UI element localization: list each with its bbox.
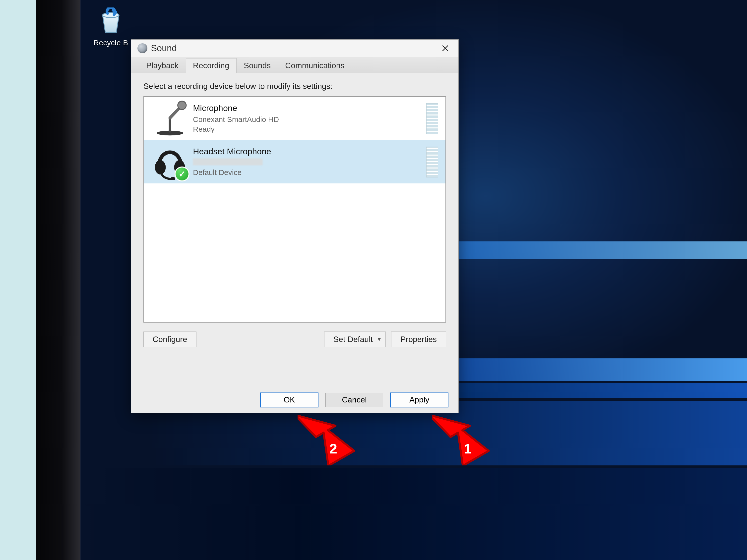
sound-dialog: Sound Playback Recording Sounds Communic… [131,39,459,413]
device-item-microphone[interactable]: Microphone Conexant SmartAudio HD Ready [144,97,445,140]
device-name: Headset Microphone [193,146,437,156]
configure-button[interactable]: Configure [144,331,197,347]
device-status: Ready [193,125,215,133]
close-button[interactable] [437,42,454,55]
chevron-down-icon[interactable]: ▾ [373,332,385,347]
window-title: Sound [151,43,177,54]
level-meter [426,146,438,178]
bg-beam [0,468,747,560]
device-action-row: Configure Set Default ▾ Properties [131,323,458,347]
recycle-bin-icon[interactable]: Recycle B [92,7,129,47]
tab-communications[interactable]: Communications [278,58,352,73]
cancel-button[interactable]: Cancel [326,393,383,407]
titlebar[interactable]: Sound [131,39,458,57]
instruction-text: Select a recording device below to modif… [131,73,458,96]
tab-bar: Playback Recording Sounds Communications [131,57,458,73]
microphone-icon [152,101,188,137]
headset-icon: ✓ [152,144,188,180]
recycle-bin-label: Recycle B [92,38,129,47]
ok-button[interactable]: OK [260,393,318,407]
dialog-footer: OK Cancel Apply [131,387,458,413]
set-default-button[interactable]: Set Default ▾ [324,331,386,347]
properties-button[interactable]: Properties [391,331,446,347]
apply-button[interactable]: Apply [390,393,448,407]
device-item-headset-microphone[interactable]: ✓ Headset Microphone Default Device [144,140,445,183]
monitor-bezel [36,0,80,560]
tab-sounds[interactable]: Sounds [236,58,278,73]
svg-point-7 [171,177,175,180]
device-driver: Conexant SmartAudio HD [193,115,279,124]
level-meter [426,103,438,134]
device-list[interactable]: Microphone Conexant SmartAudio HD Ready … [144,96,446,323]
default-check-icon: ✓ [175,166,189,182]
device-driver-redacted [193,158,263,165]
device-status: Default Device [193,168,241,177]
svg-point-0 [103,13,119,18]
set-default-label: Set Default [333,335,373,344]
svg-rect-2 [169,118,171,132]
page-margin [0,0,36,560]
tab-recording[interactable]: Recording [186,58,236,73]
tab-playback[interactable]: Playback [139,58,186,73]
device-name: Microphone [193,103,437,113]
sound-title-icon [137,43,148,53]
